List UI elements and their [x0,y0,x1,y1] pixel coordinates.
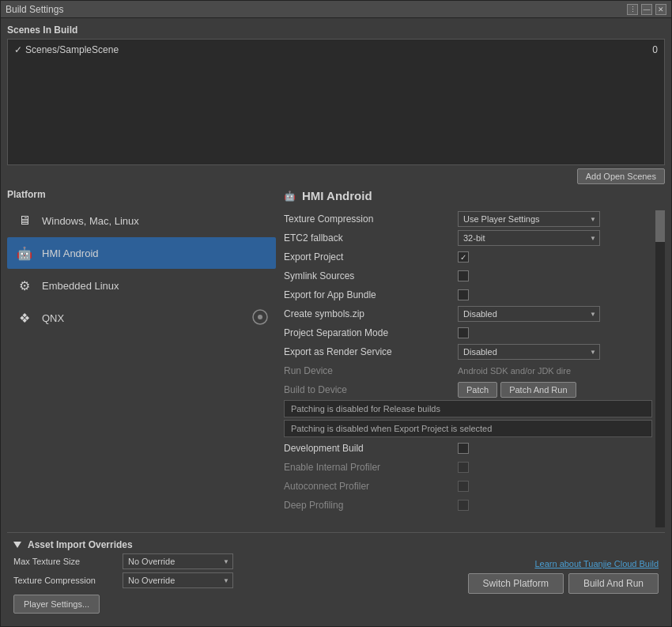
settings-scroll[interactable]: Texture Compression Use Player Settings … [284,210,655,527]
bottom-bar: Asset Import Overrides Max Texture Size … [7,532,665,620]
create-symbols-select[interactable]: Disabled Public Debugging [458,306,600,322]
settings-panel: 🤖 HMI Android Texture Compression Use Pl… [276,189,665,527]
deep-profiling-checkbox[interactable] [458,500,469,511]
scenes-section: Scenes In Build ✓ Scenes/SampleScene 0 A… [7,25,665,184]
settings-header: 🤖 HMI Android [284,189,665,202]
android-icon: 🤖 [15,244,34,263]
project-separation-row: Project Separation Mode [284,324,652,342]
create-symbols-row: Create symbols.zip Disabled Public Debug… [284,305,652,323]
main-area: Platform 🖥 Windows, Mac, Linux 🤖 HMI And… [7,189,665,527]
asset-overrides-label: Asset Import Overrides [28,539,133,550]
build-to-device-label: Build to Device [284,384,458,395]
export-render-service-dropdown-wrapper: Disabled Enabled [458,344,600,360]
development-build-label: Development Build [284,443,458,454]
scene-checkmark: ✓ [14,44,22,55]
export-project-row: Export Project [284,248,652,266]
texture-compression-select[interactable]: Use Player Settings ETC ETC2 ASTC [458,211,600,227]
autoconnect-profiler-checkbox[interactable] [458,481,469,492]
scene-item[interactable]: ✓ Scenes/SampleScene 0 [11,43,661,57]
collapse-icon[interactable] [13,542,21,548]
scenes-list: ✓ Scenes/SampleScene 0 [7,39,665,165]
export-app-bundle-value [458,289,652,300]
autoconnect-profiler-value [458,481,652,492]
run-device-text: Android SDK and/or JDK dire [458,366,571,376]
scene-name: Scenes/SampleScene [25,44,119,55]
symlink-sources-label: Symlink Sources [284,270,458,281]
etc2-fallback-row: ETC2 fallback 32-bit 16-bit [284,229,652,247]
project-separation-checkbox[interactable] [458,327,469,338]
run-device-label: Run Device [284,365,458,376]
etc2-fallback-label: ETC2 fallback [284,232,458,244]
create-symbols-dropdown-wrapper: Disabled Public Debugging [458,306,600,322]
symlink-sources-value [458,270,652,281]
max-texture-size-select[interactable]: No Override 3264128 2565121024 20484096 [123,553,233,569]
internal-profiler-value [458,462,652,473]
settings-scrollbar-track[interactable] [655,210,665,527]
platform-panel: Platform 🖥 Windows, Mac, Linux 🤖 HMI And… [7,189,276,527]
platform-item-hmi-android[interactable]: 🤖 HMI Android [7,237,276,269]
platform-name-windows: Windows, Mac, Linux [42,215,139,227]
run-device-value: Android SDK and/or JDK dire [458,366,652,376]
texture-compression-value: Use Player Settings ETC ETC2 ASTC [458,211,652,227]
scenes-section-title: Scenes In Build [7,25,665,36]
export-render-service-value: Disabled Enabled [458,344,652,360]
asset-overrides-title: Asset Import Overrides [13,539,463,550]
texture-compression-row: Texture Compression Use Player Settings … [284,210,652,228]
export-project-checkbox[interactable] [458,251,469,263]
internal-profiler-label: Enable Internal Profiler [284,462,458,473]
build-and-run-button[interactable]: Build And Run [568,573,659,594]
internal-profiler-checkbox[interactable] [458,462,469,473]
build-settings-window: Build Settings ⋮ — ✕ Scenes In Build ✓ S… [0,0,672,627]
export-render-service-select[interactable]: Disabled Enabled [458,344,600,360]
deep-profiling-row: Deep Profiling [284,497,652,514]
platform-name-hmi-android: HMI Android [42,247,99,259]
etc2-fallback-value: 32-bit 16-bit [458,230,652,246]
export-render-service-row: Export as Render Service Disabled Enable… [284,343,652,361]
info-box-export: Patching is disabled when Export Project… [284,420,652,437]
cloud-build-link[interactable]: Learn about Tuanjie Cloud Build [534,559,659,568]
platform-item-windows[interactable]: 🖥 Windows, Mac, Linux [7,205,276,236]
project-separation-value [458,327,652,338]
main-content: Scenes In Build ✓ Scenes/SampleScene 0 A… [1,18,671,626]
switch-platform-button[interactable]: Switch Platform [468,573,564,594]
development-build-row: Development Build [284,440,652,457]
info-box-release: Patching is disabled for Release builds [284,400,652,417]
qnx-icon: ❖ [15,308,34,327]
create-symbols-label: Create symbols.zip [284,308,458,319]
platform-name-qnx: QNX [42,312,64,324]
bottom-buttons: Switch Platform Build And Run [468,573,659,594]
export-app-bundle-label: Export for App Bundle [284,289,458,300]
create-symbols-value: Disabled Public Debugging [458,306,652,322]
close-btn[interactable]: ✕ [655,4,666,15]
texture-compression-dropdown-wrapper: Use Player Settings ETC ETC2 ASTC [458,211,600,227]
deep-profiling-value [458,500,652,511]
add-open-scenes-button[interactable]: Add Open Scenes [577,168,665,184]
menu-btn[interactable]: ⋮ [627,4,638,15]
texture-compression-override-label: Texture Compression [13,576,116,585]
right-bottom: Learn about Tuanjie Cloud Build Switch P… [468,559,659,594]
platform-item-qnx[interactable]: ❖ QNX [7,302,276,334]
export-app-bundle-checkbox[interactable] [458,289,469,300]
platform-item-embedded-linux[interactable]: ⚙ Embedded Linux [7,270,276,301]
settings-platform-icon: 🤖 [284,191,296,202]
texture-compression-override-select[interactable]: No Override ETCETC2ASTC [123,572,233,588]
symlink-sources-checkbox[interactable] [458,270,469,281]
build-to-device-value: Patch Patch And Run [458,382,652,398]
asset-import-overrides-section: Asset Import Overrides Max Texture Size … [13,539,463,614]
run-device-row: Run Device Android SDK and/or JDK dire [284,362,652,380]
settings-scrollbar-thumb[interactable] [655,210,665,242]
title-bar: Build Settings ⋮ — ✕ [1,1,671,18]
patch-and-run-button[interactable]: Patch And Run [500,382,576,398]
linux-icon: ⚙ [15,276,34,295]
minimize-btn[interactable]: — [641,4,652,15]
autoconnect-profiler-row: Autoconnect Profiler [284,478,652,495]
patch-button[interactable]: Patch [458,382,497,398]
export-app-bundle-row: Export for App Bundle [284,286,652,304]
development-build-value [458,443,652,454]
etc2-fallback-select[interactable]: 32-bit 16-bit [458,230,600,246]
texture-compression-label: Texture Compression [284,213,458,225]
player-settings-button[interactable]: Player Settings... [13,595,100,614]
export-render-service-label: Export as Render Service [284,346,458,357]
export-project-label: Export Project [284,251,458,263]
development-build-checkbox[interactable] [458,443,469,454]
